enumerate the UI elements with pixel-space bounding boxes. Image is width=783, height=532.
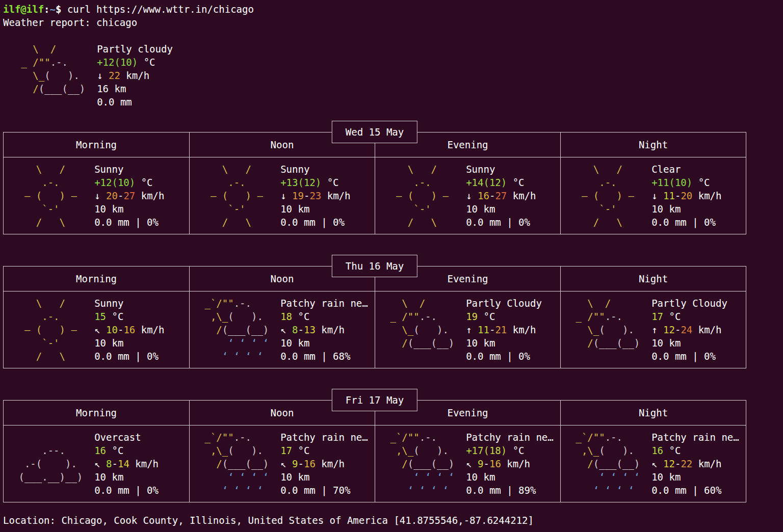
temperature-value: 16 xyxy=(94,445,106,456)
visibility-text: 10 km xyxy=(651,203,681,215)
art-segment: .-. xyxy=(605,432,622,443)
weather-line: _`/"".-.Patchy rain ne… xyxy=(384,431,560,444)
forecast-cell-noon: \ /Sunny .-.+13(12) °C ― ( ) ―↓ 19-23 km… xyxy=(189,157,375,234)
patchy-rain-ascii-art-icon: ‘ ‘ ‘ ‘ xyxy=(199,350,280,363)
art-segment: ‘ ‘ ‘ ‘ xyxy=(570,485,634,496)
terminal-window[interactable]: ilf@ilf:~$ curl https://www.wttr.in/chic… xyxy=(0,0,783,529)
overcast-ascii-art-icon: .-( ). xyxy=(13,457,94,470)
prompt-dollar: $ xyxy=(56,4,61,15)
partly-cloudy-ascii-art-icon: \_( ). xyxy=(15,69,97,82)
weather-line: ‘ ‘ ‘ ‘10 km xyxy=(199,336,375,350)
visibility-text: 10 km xyxy=(466,203,495,215)
weather-line: 0.0 mm xyxy=(15,95,780,109)
art-segment: `-' xyxy=(199,203,246,215)
weather-line: ,\_( ).+17(18) °C xyxy=(384,444,560,457)
temperature-unit: °C xyxy=(507,445,524,456)
sunny-ascii-art-icon: .-. xyxy=(199,176,280,189)
art-segment: \ / xyxy=(13,164,65,175)
period-header-morning: Morning xyxy=(4,132,189,157)
sunny-ascii-art-icon: .-. xyxy=(570,176,651,189)
weather-line: /(___(__)↖ 12-22 km/h xyxy=(570,457,746,470)
wind-direction-arrow: ↖ xyxy=(280,324,292,335)
partly-cloudy-ascii-art-icon: \_( ). xyxy=(570,323,651,336)
day-date-label: Thu 16 May xyxy=(346,260,404,272)
weather-line: / \0.0 mm | 0% xyxy=(570,216,746,229)
sunny-ascii-art-icon: / \ xyxy=(199,216,280,229)
art-segment: \ / xyxy=(199,164,251,175)
weather-line: 0.0 mm | 0% xyxy=(13,484,189,497)
sunny-ascii-art-icon: `-' xyxy=(384,202,466,216)
art-segment: ,\_ xyxy=(384,445,413,456)
sunny-ascii-art-icon: \ / xyxy=(570,163,651,176)
weather-line: .-.+14(12) °C xyxy=(384,176,560,189)
sunny-ascii-art-icon: ― ( ) ― xyxy=(384,189,466,202)
weather-line: _ /"".-.17 °C xyxy=(570,310,746,323)
forecast-row: \ /Sunny .-.+12(10) °C ― ( ) ―↓ 20-27 km… xyxy=(4,157,746,234)
art-segment: / xyxy=(570,458,593,469)
wind-range-dash: - xyxy=(675,458,681,469)
visibility-text: 10 km xyxy=(280,203,309,215)
wind-speed-high: 16 xyxy=(123,324,135,335)
art-segment: .-. xyxy=(234,298,251,309)
condition-text: Patchy rain ne… xyxy=(280,298,368,309)
art-segment: ― ( ) ― xyxy=(13,324,77,335)
wind-speed-high: 23 xyxy=(309,190,321,201)
visibility-text: 10 km xyxy=(466,471,495,483)
weather-line: _ /"".-.+12(10) °C xyxy=(15,56,780,69)
day-date-label: Fri 17 May xyxy=(346,394,404,406)
sunny-ascii-art-icon: ― ( ) ― xyxy=(13,189,94,202)
partly-cloudy-ascii-art-icon: \ / xyxy=(570,297,651,310)
wind-speed-high: 27 xyxy=(123,190,135,201)
weather-line: ― ( ) ―↓ 11-20 km/h xyxy=(570,189,746,202)
art-segment: \ / xyxy=(13,298,65,309)
weather-line: /(___(__)↖ 9-16 km/h xyxy=(199,457,375,470)
art-segment: / \ xyxy=(13,217,65,228)
forecast-cell-morning: Overcast .--.16 °C .-( ).↖ 8-14 km/h (__… xyxy=(4,425,189,502)
wind-direction-arrow: ↖ xyxy=(94,324,106,335)
patchy-rain-ascii-art-icon: ‘ ‘ ‘ ‘ xyxy=(199,336,280,350)
day-date-badge: Fri 17 May xyxy=(332,389,417,411)
art-segment: / xyxy=(570,337,593,349)
temperature-unit: °C xyxy=(106,311,123,322)
weather-line: (___.__)__)10 km xyxy=(13,470,189,484)
current-conditions: \ /Partly cloudy _ /"".-.+12(10) °C \_( … xyxy=(15,42,780,109)
wind-speed-high: 16 xyxy=(489,458,501,469)
art-segment: ‘ ‘ ‘ ‘ xyxy=(384,485,449,496)
location-line: Location: Chicago, Cook County, Illinois… xyxy=(3,514,780,527)
forecast-row: \ /Sunny .-.15 °C ― ( ) ―↖ 10-16 km/h `-… xyxy=(4,291,746,368)
partly-cloudy-ascii-art-icon: /(___(__) xyxy=(15,82,97,95)
patchy-rain-ascii-art-icon: ‘ ‘ ‘ ‘ xyxy=(570,484,651,497)
wind-unit: km/h xyxy=(507,324,536,335)
wind-unit: km/h xyxy=(129,458,159,469)
sunny-ascii-art-icon: \ / xyxy=(384,163,466,176)
art-segment: ― ( ) ― xyxy=(199,190,263,201)
precipitation-text: 0.0 mm | 60% xyxy=(651,485,721,496)
art-segment: _ /"" xyxy=(570,311,605,322)
period-header-night: Night xyxy=(560,132,746,157)
art-segment: \_ xyxy=(15,70,44,81)
weather-line: \ /Partly Cloudy xyxy=(570,297,746,310)
art-segment: ― ( ) ― xyxy=(13,190,77,201)
precipitation-text: 0.0 mm | 0% xyxy=(94,351,159,362)
wind-speed-high: 22 xyxy=(681,458,692,469)
sunny-ascii-art-icon: `-' xyxy=(13,336,94,350)
forecast-cell-morning: \ /Sunny .-.15 °C ― ( ) ―↖ 10-16 km/h `-… xyxy=(4,291,189,368)
weather-line: \_( ).↓ 22 km/h xyxy=(15,69,780,82)
precipitation-text: 0.0 mm | 89% xyxy=(466,485,536,496)
weather-line: .-.+13(12) °C xyxy=(199,176,375,189)
patchy-rain-ascii-art-icon: ,\_( ). xyxy=(199,444,280,457)
visibility-text: 16 km xyxy=(97,83,126,94)
wind-speed-low: 12 xyxy=(663,324,675,335)
art-segment: .-. xyxy=(384,177,431,188)
wind-range-dash: - xyxy=(304,190,309,201)
visibility-text: 10 km xyxy=(94,203,123,215)
wind-unit: km/h xyxy=(501,458,530,469)
weather-line: 0.0 mm | 0% xyxy=(570,350,746,363)
wind-range-dash: - xyxy=(112,458,117,469)
precipitation-text: 0.0 mm | 0% xyxy=(94,217,159,228)
weather-line: _`/"".-.Patchy rain ne… xyxy=(570,431,746,444)
art-segment: \_ xyxy=(384,324,413,335)
temperature-unit: °C xyxy=(292,311,309,322)
wind-unit: km/h xyxy=(692,458,721,469)
wind-speed-low: 20 xyxy=(106,190,118,201)
